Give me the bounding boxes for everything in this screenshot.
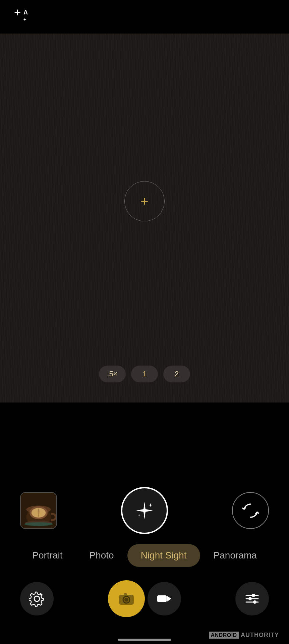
svg-point-11 <box>124 598 128 602</box>
viewfinder[interactable]: + .5× 1 2 <box>0 34 289 402</box>
video-camera-icon <box>157 591 172 606</box>
action-bar <box>0 580 289 617</box>
bottom-area: Portrait Photo Night Sight Panorama <box>0 477 289 644</box>
zoom-2x-button[interactable]: 2 <box>163 366 190 382</box>
svg-text:A: A <box>23 9 28 16</box>
svg-point-18 <box>248 597 252 600</box>
tab-portrait[interactable]: Portrait <box>19 544 76 567</box>
svg-point-8 <box>34 596 40 601</box>
tab-panorama[interactable]: Panorama <box>200 544 270 567</box>
adjust-button[interactable] <box>235 582 269 615</box>
sliders-icon <box>244 591 260 607</box>
settings-gear-icon <box>29 591 45 607</box>
watermark-android: ANDROID <box>209 632 239 639</box>
zoom-controls: .5× 1 2 <box>99 366 190 382</box>
mode-tabs: Portrait Photo Night Sight Panorama <box>0 544 289 567</box>
sparkle-a-icon: A <box>13 8 30 25</box>
night-sight-shutter-icon <box>134 500 155 521</box>
flip-camera-icon <box>241 501 260 520</box>
tab-night-sight[interactable]: Night Sight <box>127 544 200 567</box>
shutter-row <box>0 487 289 534</box>
flip-camera-button[interactable] <box>232 492 269 529</box>
shutter-button[interactable] <box>121 487 168 534</box>
capture-mode-buttons <box>108 580 181 617</box>
shutter-inner <box>126 492 163 529</box>
svg-point-17 <box>252 594 255 597</box>
auto-flash-indicator[interactable]: A <box>13 8 30 25</box>
watermark-authority: AUTHORITY <box>239 632 279 638</box>
thumbnail-image <box>21 492 56 529</box>
home-indicator[interactable] <box>118 639 171 641</box>
watermark: ANDROID AUTHORITY <box>209 632 279 639</box>
svg-rect-12 <box>124 593 127 595</box>
photo-capture-button[interactable] <box>108 580 145 617</box>
zoom-05x-button[interactable]: .5× <box>99 366 126 382</box>
settings-button[interactable] <box>20 582 54 615</box>
focus-reticle[interactable]: + <box>124 181 165 221</box>
tab-photo[interactable]: Photo <box>76 544 127 567</box>
svg-rect-13 <box>157 595 167 602</box>
zoom-1x-button[interactable]: 1 <box>131 366 158 382</box>
camera-icon <box>118 590 135 607</box>
photo-thumbnail[interactable] <box>20 492 57 529</box>
svg-point-7 <box>24 522 53 526</box>
status-bar: A <box>0 0 289 34</box>
svg-point-19 <box>253 600 256 604</box>
last-photo-preview <box>21 493 56 528</box>
focus-crosshair-icon: + <box>140 195 148 208</box>
video-record-button[interactable] <box>148 582 181 615</box>
